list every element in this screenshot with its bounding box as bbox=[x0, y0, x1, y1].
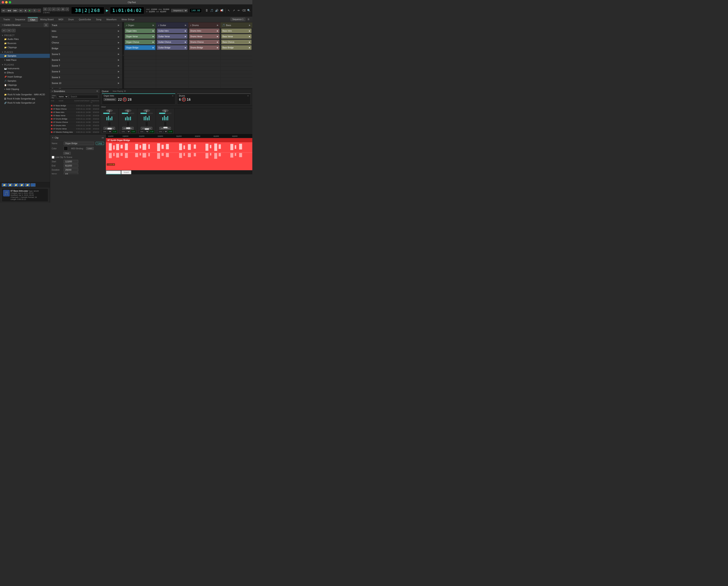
eq-bar-3[interactable] bbox=[167, 114, 168, 121]
output-select-1[interactable]: Univ...1-2 bbox=[120, 130, 130, 133]
sequence-selector[interactable]: Sequence 1 bbox=[171, 9, 188, 12]
rewind-to-start-button[interactable]: ⏮ bbox=[1, 9, 6, 12]
c11-3[interactable] bbox=[188, 74, 220, 77]
eq-bar-3[interactable] bbox=[164, 114, 165, 121]
output-select-0[interactable]: Univ...1-2 bbox=[102, 130, 112, 133]
guitar-chorus-btn[interactable]: Guitar Chorus ▶ bbox=[157, 40, 187, 44]
bass-verse-cell[interactable]: Bass Verse ▶ bbox=[220, 34, 252, 39]
soundbite-row-4[interactable]: 07 Drums Bridge 0:00:15.11 24 Bit 3/16/1… bbox=[50, 117, 100, 121]
soundbite-row-8[interactable]: 07 Electric Picking Intro 0:00:15.11 24 … bbox=[50, 131, 100, 134]
drums-chorus-btn[interactable]: Drums Chorus ▶ bbox=[189, 40, 219, 44]
add-bars-button[interactable]: + bbox=[66, 7, 69, 11]
fader-thumb-0[interactable] bbox=[107, 128, 112, 129]
guitar-track-play[interactable]: ▶ bbox=[185, 24, 186, 26]
scene-10-play[interactable]: ▶ bbox=[117, 81, 121, 85]
fader-thumb-2[interactable] bbox=[145, 128, 149, 130]
c6-2[interactable] bbox=[156, 56, 188, 59]
clip-color-swatch[interactable] bbox=[64, 146, 68, 151]
fader-track-1[interactable] bbox=[127, 122, 129, 126]
c10-4[interactable] bbox=[220, 71, 252, 74]
auto-out-button[interactable]: ↕ bbox=[48, 7, 51, 11]
c7-3[interactable] bbox=[188, 59, 220, 63]
c9-4[interactable] bbox=[220, 67, 252, 70]
soundbite-row-7[interactable]: 07 Drums Verse 0:00:15.11 24 Bit 3/16/19 bbox=[50, 127, 100, 131]
c12-3[interactable] bbox=[188, 78, 220, 81]
soundbites-search-input[interactable] bbox=[69, 95, 98, 99]
c14-1[interactable] bbox=[124, 85, 156, 88]
c5-2[interactable] bbox=[156, 50, 188, 56]
redo-sidebar-btn[interactable]: ↪ bbox=[7, 29, 11, 32]
soundbite-row-3[interactable]: 07 Bass Verse 0:00:15.11 24 Bit 3/16/19 bbox=[50, 114, 100, 117]
c13-1[interactable] bbox=[124, 81, 156, 85]
tab-waveform[interactable]: Waveform bbox=[104, 17, 119, 22]
scene-row-bridge[interactable]: Bridge ▶ bbox=[50, 46, 122, 51]
tab-soundbites[interactable]: Soundbites bbox=[106, 170, 121, 174]
scene-verse-play[interactable]: ▶ bbox=[117, 35, 121, 39]
tab-midi[interactable]: MIDI bbox=[56, 17, 66, 22]
drums-chorus-cell[interactable]: Drums Chorus ▶ bbox=[188, 39, 220, 45]
c5-4[interactable] bbox=[220, 50, 252, 56]
places-section-header[interactable]: ▼ Places bbox=[0, 50, 50, 54]
eq-bar-0[interactable] bbox=[110, 114, 111, 121]
sidebar-item-insert-settings[interactable]: 📌 Insert Settings bbox=[0, 75, 50, 79]
guitar-verse-cell[interactable]: Guitar Verse ▶ bbox=[156, 34, 188, 39]
c8-4[interactable] bbox=[220, 63, 252, 66]
scene-7-play[interactable]: ▶ bbox=[117, 64, 121, 68]
eq-bar-1[interactable] bbox=[130, 114, 131, 121]
guitar-bridge-cell[interactable]: Guitar Bridge ▶ bbox=[156, 45, 188, 50]
scene-row-7[interactable]: Scene 7▶ bbox=[50, 63, 122, 69]
guitar-bridge-btn[interactable]: Guitar Bridge ▶ bbox=[157, 45, 187, 50]
clip-name-input[interactable] bbox=[64, 142, 94, 145]
organ-intro-cell[interactable]: Organ Intro ▶ bbox=[124, 28, 156, 33]
c7-1[interactable] bbox=[124, 59, 156, 63]
output-select-3[interactable]: Univ...alt 2 bbox=[157, 130, 168, 133]
organ-chorus-cell[interactable]: Organ Chorus ▶ bbox=[124, 39, 156, 45]
sequence-dropdown[interactable]: Sequence 1 bbox=[171, 9, 188, 12]
channel-knob-0[interactable] bbox=[106, 109, 113, 112]
waveform-canvas[interactable]: 07 Synth Organ Bridge bbox=[106, 138, 252, 170]
c5-1[interactable] bbox=[124, 50, 156, 56]
scene-row-8[interactable]: Scene 8▶ bbox=[50, 69, 122, 75]
soundbite-row-0[interactable]: 07 Bass Bridge 0:00:15.11 24 Bit 3/16/19 bbox=[50, 104, 100, 107]
volume-icon[interactable]: 🔊 bbox=[214, 8, 219, 13]
channel-knob-3[interactable] bbox=[162, 109, 168, 112]
pointer-tool-icon[interactable]: ↗ bbox=[232, 8, 236, 13]
sequence-select-button[interactable]: Sequence 1 bbox=[231, 18, 245, 21]
link-scene-checkbox[interactable] bbox=[52, 156, 54, 159]
scene-11-play[interactable]: ▶ bbox=[117, 87, 121, 89]
file-tool-2[interactable]: 📁 bbox=[7, 183, 13, 187]
tab-clips[interactable]: Clips bbox=[28, 17, 37, 22]
c12-2[interactable] bbox=[156, 78, 188, 81]
eq-bar-1[interactable] bbox=[128, 114, 129, 121]
queue-player-drums-close[interactable]: ✕ bbox=[247, 95, 249, 97]
soundbite-row-2[interactable]: 07 Bass Intro 0:00:15.11 24 Bit 3/16/19 bbox=[50, 111, 100, 114]
capture-button[interactable]: ⊞ bbox=[61, 7, 65, 11]
file-item-1[interactable]: 📁 Rock N Indie Songwriter - WAV-ACID bbox=[2, 92, 48, 97]
file-tool-6[interactable]: … bbox=[31, 183, 35, 187]
guitar-intro-cell[interactable]: Guitar Intro ▶ bbox=[156, 28, 188, 33]
organ-bridge-cell[interactable]: Organ Bridge ▶ bbox=[124, 45, 156, 50]
file-tool-4[interactable]: 📁 bbox=[19, 183, 24, 187]
scene-8-play[interactable]: ▶ bbox=[117, 70, 121, 73]
sidebar-item-effects[interactable]: ⚙ Effects bbox=[0, 71, 50, 75]
undo-sidebar-btn[interactable]: ↩ bbox=[2, 29, 6, 32]
c6-4[interactable] bbox=[220, 56, 252, 59]
pencil-icon[interactable]: ✏ bbox=[237, 8, 241, 13]
scene-row-10[interactable]: Scene 10▶ bbox=[50, 80, 122, 86]
drums-bridge-btn[interactable]: Drums Bridge ▶ bbox=[189, 45, 219, 50]
guitar-verse-btn[interactable]: Guitar Verse ▶ bbox=[157, 34, 187, 39]
sidebar-item-bounces[interactable]: 📁 Bounces bbox=[0, 41, 50, 45]
eq-bar-2[interactable] bbox=[145, 114, 147, 121]
drums-bridge-cell[interactable]: Drums Bridge ▶ bbox=[188, 45, 220, 50]
fader-thumb-3[interactable] bbox=[163, 127, 167, 128]
channel-knob-2[interactable] bbox=[143, 109, 150, 112]
soundbite-row-6[interactable]: 07 Drums Intro 0:00:15.11 24 Bit 3/16/19 bbox=[50, 124, 100, 127]
c12-4[interactable] bbox=[220, 78, 252, 81]
organ-chorus-btn[interactable]: Organ Chorus ▶ bbox=[125, 40, 155, 44]
scene-9-play[interactable]: ▶ bbox=[117, 76, 121, 79]
bass-bridge-btn[interactable]: Bass Bridge ▶ bbox=[221, 45, 252, 50]
drums-intro-cell[interactable]: Drums Intro ▶ bbox=[188, 28, 220, 33]
c6-3[interactable] bbox=[188, 56, 220, 59]
eq-bar-2[interactable] bbox=[147, 114, 148, 121]
scene-5-play[interactable]: ▶ bbox=[117, 52, 121, 56]
